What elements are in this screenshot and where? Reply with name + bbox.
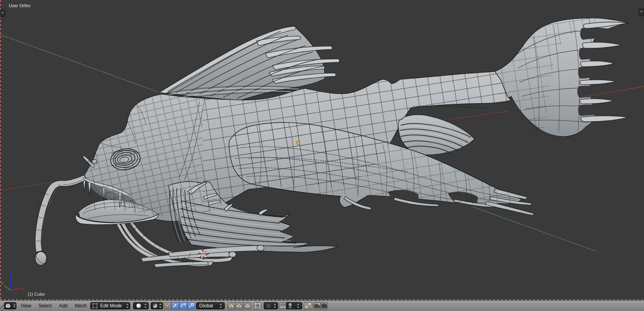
svg-text:x: x	[22, 286, 24, 291]
svg-text:Edit Mode: Edit Mode	[100, 303, 122, 309]
svg-text:z: z	[12, 270, 14, 274]
svg-text:y: y	[1, 280, 4, 285]
svg-text:Global: Global	[199, 303, 213, 309]
